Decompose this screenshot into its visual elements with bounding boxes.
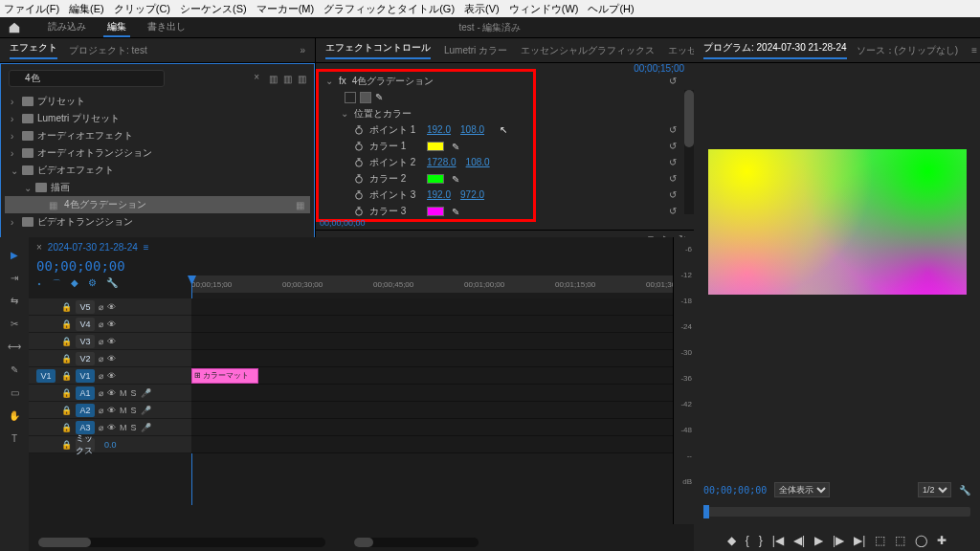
color-swatch[interactable] [427, 207, 444, 216]
tree-item[interactable]: › オーディオトランジション [5, 144, 310, 162]
lock-icon[interactable]: ⌀ [99, 371, 103, 381]
step-fwd-icon[interactable]: |▶ [833, 534, 844, 547]
effects-search-input[interactable] [9, 70, 165, 87]
lift-icon[interactable]: ⬚ [875, 534, 885, 547]
track-target[interactable]: A2 [76, 404, 95, 417]
mask-icon[interactable]: ✎ [375, 92, 387, 103]
menu-item[interactable]: 編集(E) [69, 2, 104, 16]
reset-param-icon[interactable]: ↺ [669, 173, 677, 184]
panel-tab[interactable]: プログラム: 2024-07-30 21-28-24 [703, 41, 847, 59]
menu-item[interactable]: ヘルプ(H) [588, 2, 634, 16]
pen-tool-icon[interactable]: ✎ [7, 362, 22, 377]
voice-icon[interactable]: 🎤 [141, 406, 151, 415]
panel-menu-icon[interactable]: » [300, 45, 305, 55]
settings-icon[interactable]: ⚙ [88, 277, 97, 291]
fx-toggle-icon[interactable] [360, 92, 371, 103]
selection-tool-icon[interactable]: ▶ [7, 247, 22, 262]
linked-sel-icon[interactable]: ⌒ [52, 277, 61, 291]
tree-item[interactable]: › Lumetri プリセット [5, 110, 310, 127]
track-lane[interactable] [191, 350, 694, 367]
track-lane[interactable]: ⊞ カラーマット [191, 367, 694, 385]
stopwatch-icon[interactable] [354, 190, 364, 200]
tree-item[interactable]: ⌄ 描画 [5, 179, 310, 196]
track-lane[interactable] [191, 436, 694, 453]
track-lock-icon[interactable]: 🔒 [61, 337, 72, 346]
eyedropper-icon[interactable]: ✎ [452, 207, 461, 216]
color-swatch[interactable] [427, 142, 444, 151]
tree-arrow-icon[interactable]: › [11, 114, 18, 124]
stopwatch-icon[interactable] [354, 125, 364, 135]
track-target[interactable]: V4 [76, 318, 95, 331]
vertical-scrollbar[interactable] [684, 90, 694, 214]
track-lane[interactable] [191, 419, 694, 436]
timeline-timecode[interactable]: 00;00;00;00 [29, 256, 694, 276]
menu-item[interactable]: マーカー(M) [256, 2, 315, 16]
extract-icon[interactable]: ⬚ [895, 534, 905, 547]
solo-icon[interactable]: S [131, 423, 137, 432]
source-patch[interactable]: V1 [36, 369, 56, 383]
mute-icon[interactable]: M [120, 388, 127, 398]
eyedropper-icon[interactable]: ✎ [452, 174, 461, 184]
voice-icon[interactable]: 🎤 [141, 388, 151, 398]
menu-item[interactable]: 表示(V) [464, 2, 500, 16]
track-output-icon[interactable]: 👁 [107, 302, 116, 312]
workspace-mode[interactable]: 編集 [103, 18, 130, 37]
type-tool-icon[interactable]: T [7, 430, 22, 446]
reset-param-icon[interactable]: ↺ [669, 189, 677, 200]
reset-param-icon[interactable]: ↺ [669, 157, 677, 167]
collapse-arrow-icon[interactable]: ⌄ [325, 76, 333, 86]
stopwatch-icon[interactable] [354, 207, 364, 216]
razor-tool-icon[interactable]: ✂ [7, 316, 22, 331]
export-frame-icon[interactable]: ◯ [915, 534, 927, 547]
step-back-icon[interactable]: ◀| [793, 534, 805, 547]
track-output-icon[interactable]: 👁 [107, 371, 116, 381]
track-output-icon[interactable]: 👁 [107, 423, 116, 432]
zoom-fit-select[interactable]: 全体表示 [774, 482, 830, 497]
track-lock-icon[interactable]: 🔒 [61, 371, 72, 381]
wrench-icon[interactable]: 🔧 [106, 277, 118, 291]
menu-item[interactable]: ファイル(F) [4, 2, 59, 16]
menu-item[interactable]: ウィンドウ(W) [509, 2, 579, 16]
track-lane[interactable] [191, 385, 694, 402]
ripple-tool-icon[interactable]: ⇆ [7, 293, 22, 308]
mark-out-icon[interactable]: } [759, 534, 763, 547]
track-target[interactable]: V5 [76, 300, 95, 314]
solo-icon[interactable]: S [131, 406, 137, 415]
track-lock-icon[interactable]: 🔒 [61, 354, 72, 364]
fx-toggle-icon[interactable] [345, 92, 356, 103]
reset-param-icon[interactable]: ↺ [669, 141, 677, 151]
track-lock-icon[interactable]: 🔒 [61, 388, 72, 398]
param-value-x[interactable]: 192.0 [427, 124, 451, 135]
param-value-x[interactable]: 1728.0 [427, 157, 457, 167]
track-lock-icon[interactable]: 🔒 [61, 302, 72, 312]
track-target[interactable]: V1 [76, 369, 95, 383]
preset-filter-icon-2[interactable]: ▥ [283, 74, 292, 84]
sequence-tab[interactable]: 2024-07-30 21-28-24 [48, 242, 138, 253]
panel-tab[interactable]: ソース：(クリップなし) [857, 44, 959, 57]
lock-icon[interactable]: ⌀ [99, 388, 103, 398]
track-output-icon[interactable]: 👁 [107, 320, 116, 329]
solo-icon[interactable]: S [131, 388, 137, 398]
track-lane[interactable] [191, 333, 694, 350]
button-editor-icon[interactable]: ✚ [937, 534, 947, 547]
resolution-select[interactable]: 1/2 [918, 482, 951, 497]
slip-tool-icon[interactable]: ⟷ [7, 339, 22, 354]
marker-icon[interactable]: ◆ [71, 277, 78, 291]
mix-value[interactable]: 0.0 [104, 440, 117, 450]
reset-param-icon[interactable]: ↺ [669, 124, 677, 135]
stopwatch-icon[interactable] [354, 142, 364, 151]
track-lock-icon[interactable]: 🔒 [61, 406, 72, 415]
lock-icon[interactable]: ⌀ [99, 337, 103, 346]
track-target[interactable]: ミックス [76, 438, 95, 452]
track-lane[interactable] [191, 316, 694, 333]
program-timecode[interactable]: 00;00;00;00 [703, 485, 767, 496]
collapse-arrow-icon[interactable]: ⌄ [341, 108, 348, 119]
panel-tab[interactable]: Lumetri カラー [444, 44, 507, 57]
add-marker-icon[interactable]: ◆ [727, 534, 736, 547]
stopwatch-icon[interactable] [354, 158, 364, 167]
tree-item[interactable]: › オーディオエフェクト [5, 127, 310, 144]
lock-icon[interactable]: ⌀ [99, 302, 103, 312]
hand-tool-icon[interactable]: ✋ [7, 408, 22, 423]
tree-item[interactable]: ⌄ ビデオエフェクト [5, 162, 310, 179]
track-output-icon[interactable]: 👁 [107, 388, 116, 398]
